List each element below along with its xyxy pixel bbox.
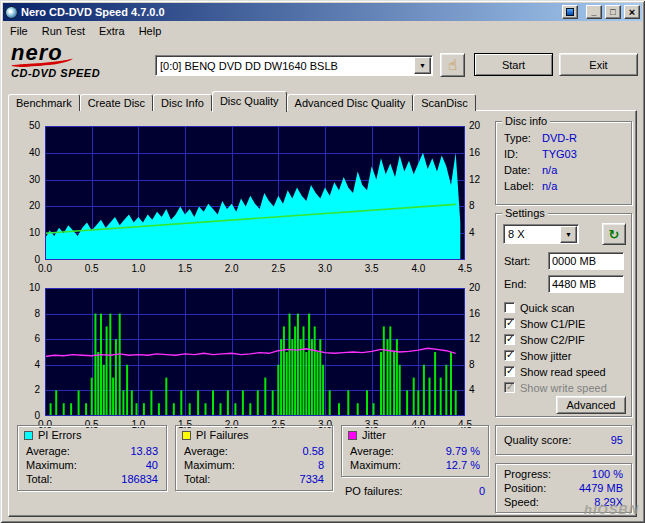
axis-tick: 2.0	[221, 263, 243, 274]
chevron-down-icon[interactable]: ▼	[414, 57, 431, 74]
pif-color-chip	[182, 431, 191, 440]
checkbox-show-write-speed[interactable]: Show write speed	[504, 381, 607, 394]
checkbox-label: Show C2/PIF	[520, 334, 585, 346]
disc-label: n/a	[542, 180, 557, 192]
jitter-average: 9.79 %	[446, 445, 480, 457]
disc-type: DVD-R	[542, 132, 577, 144]
pi-failures-title: PI Failures	[196, 429, 249, 441]
disc-date: n/a	[542, 164, 557, 176]
checkbox-label: Show write speed	[520, 382, 607, 394]
titlebar[interactable]: Nero CD-DVD Speed 4.7.0.0 _ □ ×	[3, 3, 642, 21]
axis-tick: 12	[469, 333, 487, 344]
speed-selector[interactable]: 8 X ▼	[503, 224, 579, 244]
close-icon: ×	[629, 7, 635, 18]
menu-help[interactable]: Help	[132, 23, 169, 39]
toolbar: nero CD-DVD SPEED [0:0] BENQ DVD DD DW16…	[3, 40, 642, 90]
nero-tray-button[interactable]	[562, 5, 578, 19]
axis-tick: 4	[469, 227, 487, 238]
nero-logo-subtext: CD-DVD SPEED	[11, 67, 151, 79]
quality-score-value: 95	[611, 434, 623, 446]
app-icon	[5, 6, 18, 19]
checkbox-label: Show read speed	[520, 366, 606, 378]
checkbox-box	[504, 350, 515, 361]
axis-tick: 3.5	[361, 263, 383, 274]
id-label: ID:	[504, 148, 542, 160]
menu-file[interactable]: File	[3, 23, 35, 39]
refresh-button[interactable]: ↻	[602, 223, 626, 245]
pie-color-chip	[24, 431, 33, 440]
nero-logo: nero CD-DVD SPEED	[11, 43, 151, 79]
max-label: Maximum:	[26, 459, 77, 471]
total-label: Total:	[184, 473, 210, 485]
pi-errors-panel: PI Errors Average:13.83 Maximum:40 Total…	[17, 425, 167, 491]
checkbox-label: Show C1/PIE	[520, 318, 585, 330]
disc-info-caption: Disc info	[502, 115, 550, 127]
axis-tick: 6	[15, 333, 40, 344]
axis-tick: 20	[15, 200, 40, 211]
chevron-down-icon[interactable]: ▼	[560, 226, 577, 243]
disc-info-group: Disc info Type:DVD-R ID:TYG03 Date:n/a L…	[495, 121, 632, 205]
tab-scandisc[interactable]: ScanDisc	[413, 94, 475, 111]
start-mb-field[interactable]: 0000 MB	[548, 252, 624, 270]
tab-advanced-disc-quality[interactable]: Advanced Disc Quality	[287, 94, 414, 111]
checkbox-show-read-speed[interactable]: Show read speed	[504, 365, 606, 378]
drive-selector[interactable]: [0:0] BENQ DVD DD DW1640 BSLB ▼	[155, 55, 433, 76]
chart1-plot-area	[45, 126, 465, 260]
speed-label: Speed:	[504, 496, 539, 508]
refresh-icon: ↻	[609, 227, 620, 242]
drive-control-button[interactable]: ☝	[440, 53, 465, 77]
axis-tick: 0.5	[81, 263, 103, 274]
axis-tick: 4.5	[454, 263, 476, 274]
max-label: Maximum:	[184, 459, 235, 471]
checkbox-show-c1-pie[interactable]: Show C1/PIE	[504, 317, 585, 330]
tab-disc-quality[interactable]: Disc Quality	[212, 91, 287, 112]
tab-create-disc[interactable]: Create Disc	[80, 94, 153, 111]
axis-tick: 40	[15, 147, 40, 158]
avg-label: Average:	[184, 445, 228, 457]
start-mb-label: Start:	[504, 255, 530, 267]
checkbox-box	[504, 382, 515, 393]
pif-maximum: 8	[318, 459, 324, 471]
axis-tick: 8	[469, 359, 487, 370]
axis-tick: 2.5	[267, 263, 289, 274]
maximize-button[interactable]: □	[605, 5, 621, 19]
pi-errors-title: PI Errors	[38, 429, 81, 441]
start-button[interactable]: Start	[474, 53, 553, 76]
pie-total: 186834	[121, 473, 158, 485]
axis-tick: 3.0	[314, 263, 336, 274]
jitter-panel: Jitter Average:9.79 % Maximum:12.7 %	[341, 425, 489, 477]
app-window: Nero CD-DVD Speed 4.7.0.0 _ □ × File Run…	[0, 0, 645, 523]
maximize-icon: □	[610, 8, 615, 17]
po-failures-row: PO failures: 0	[345, 485, 485, 497]
checkbox-show-jitter[interactable]: Show jitter	[504, 349, 571, 362]
progress-label: Progress:	[504, 468, 551, 480]
axis-tick: 8	[469, 200, 487, 211]
total-label: Total:	[26, 473, 52, 485]
exit-button[interactable]: Exit	[559, 53, 638, 76]
menu-run-test[interactable]: Run Test	[35, 23, 92, 39]
date-label: Date:	[504, 164, 542, 176]
disc-id: TYG03	[542, 148, 577, 160]
checkbox-quick-scan[interactable]: Quick scan	[504, 301, 574, 314]
window-title: Nero CD-DVD Speed 4.7.0.0	[21, 6, 559, 18]
checkbox-label: Show jitter	[520, 350, 571, 362]
tab-disc-info[interactable]: Disc Info	[153, 94, 212, 111]
nero-icon	[566, 8, 574, 16]
jitter-title: Jitter	[362, 429, 386, 441]
avg-label: Average:	[350, 445, 394, 457]
menubar: File Run Test Extra Help	[3, 22, 642, 40]
progress-value: 100 %	[592, 468, 623, 480]
pie-average: 13.83	[130, 445, 158, 457]
advanced-button[interactable]: Advanced	[556, 396, 626, 414]
position-label: Position:	[504, 482, 546, 494]
axis-tick: 1.0	[127, 263, 149, 274]
menu-extra[interactable]: Extra	[92, 23, 132, 39]
end-mb-field[interactable]: 4480 MB	[548, 275, 624, 293]
tab-benchmark[interactable]: Benchmark	[8, 94, 80, 111]
axis-tick: 10	[15, 227, 40, 238]
po-failures-value: 0	[479, 485, 485, 497]
minimize-button[interactable]: _	[586, 5, 602, 19]
disc-quality-panel: 50403020100201612840.00.51.01.52.02.53.0…	[8, 110, 637, 517]
close-button[interactable]: ×	[624, 5, 640, 19]
checkbox-show-c2-pif[interactable]: Show C2/PIF	[504, 333, 585, 346]
